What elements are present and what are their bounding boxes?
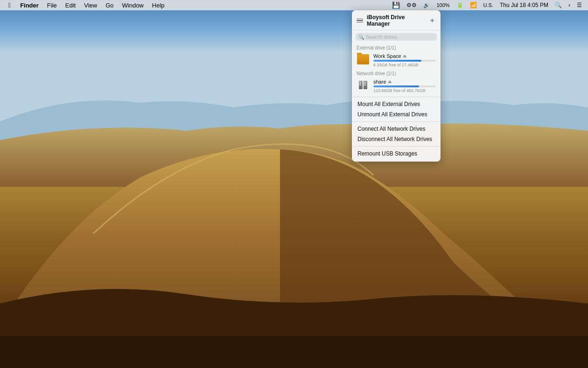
workspace-drive-item[interactable]: Work Space ⏏ 6.33GB free of 27.48GB [352, 51, 441, 69]
search-bar[interactable]: 🔍 [356, 33, 437, 41]
external-drive-icon [357, 54, 370, 65]
share-drive-item[interactable]: share ⏏ 123.66GB free of 462.76GB [352, 77, 441, 95]
menubar-left:  Finder File Edit View Go Window Help [4, 0, 168, 10]
workspace-drive-name: Work Space [373, 53, 401, 59]
divider-2 [352, 121, 441, 122]
search-input[interactable] [366, 34, 434, 40]
battery-percentage[interactable]: 100% [434, 0, 452, 10]
workspace-drive-info: Work Space ⏏ 6.33GB free of 27.48GB [373, 53, 436, 67]
desktop-background [0, 0, 588, 368]
menubar-go[interactable]: Go [102, 0, 117, 10]
menubar-file[interactable]: File [43, 0, 61, 10]
disconnect-all-network[interactable]: Disconnect All Network Drives [352, 134, 441, 144]
datetime[interactable]: Thu Jul 18 4:05 PM [497, 0, 551, 10]
volume-icon[interactable]: 🔊 [421, 0, 432, 10]
workspace-progress-fill [373, 60, 421, 62]
remount-usb[interactable]: Remount USB Storages [352, 149, 441, 159]
panel-title: iBoysoft Drive Manager [367, 14, 428, 27]
hamburger-icon[interactable] [357, 19, 363, 23]
menubar-view[interactable]: View [80, 0, 101, 10]
share-drive-name-row: share ⏏ [373, 79, 436, 85]
share-drive-info: share ⏏ 123.66GB free of 462.76GB [373, 79, 436, 93]
battery-icon[interactable]: 🔋 [454, 0, 466, 10]
drive-manager-popup: iBoysoft Drive Manager + 🔍 External driv… [352, 10, 441, 162]
menubar-edit[interactable]: Edit [62, 0, 79, 10]
menubar:  Finder File Edit View Go Window Help 💾… [0, 0, 588, 10]
apple-menu[interactable]:  [4, 0, 15, 10]
share-eject-icon[interactable]: ⏏ [388, 79, 392, 84]
mount-all-external[interactable]: Mount All External Drives [352, 99, 441, 109]
network-drive-section-label: Network drive (1/1) [352, 69, 441, 77]
back-icon[interactable]: ‹ [566, 0, 573, 10]
share-drive-progress [373, 85, 436, 87]
menubar-window[interactable]: Window [119, 0, 147, 10]
menubar-right: 💾 ⚙︎⚙︎ 🔊 100% 🔋 📶 U.S. Thu Jul 18 4:05 P… [390, 0, 584, 10]
network-drive-icon [357, 79, 370, 91]
workspace-drive-storage: 6.33GB free of 27.48GB [373, 63, 436, 67]
workspace-eject-icon[interactable]: ⏏ [403, 54, 407, 58]
share-progress-fill [373, 85, 419, 87]
server-block-2 [364, 81, 367, 89]
iboysoft-icon[interactable]: 💾 [390, 0, 402, 10]
add-button[interactable]: + [428, 17, 436, 24]
divider-1 [352, 97, 441, 97]
external-drive-section-label: External drive (1/1) [352, 43, 441, 51]
panel-header: iBoysoft Drive Manager + [352, 10, 441, 30]
workspace-drive-name-row: Work Space ⏏ [373, 53, 436, 59]
search-icon: 🔍 [358, 35, 364, 40]
connect-all-network[interactable]: Connect All Network Drives [352, 124, 441, 134]
server-icon-container [359, 81, 367, 89]
menubar-finder[interactable]: Finder [16, 0, 42, 10]
svg-rect-1 [0, 336, 588, 368]
workspace-drive-progress [373, 60, 436, 62]
menubar-help[interactable]: Help [148, 0, 168, 10]
server-block-1 [359, 81, 363, 89]
panel-title-area: iBoysoft Drive Manager [357, 14, 428, 27]
search-menubar-icon[interactable]: 🔍 [553, 0, 564, 10]
share-drive-storage: 123.66GB free of 462.76GB [373, 88, 436, 93]
locale-label: U.S. [481, 0, 496, 10]
share-drive-name: share [373, 79, 386, 85]
divider-3 [352, 146, 441, 147]
control-center-icon[interactable]: ⚙︎⚙︎ [404, 0, 419, 10]
notification-icon[interactable]: ☰ [574, 0, 584, 10]
unmount-all-external[interactable]: Unmount All External Drives [352, 109, 441, 120]
wifi-icon[interactable]: 📶 [468, 0, 479, 10]
